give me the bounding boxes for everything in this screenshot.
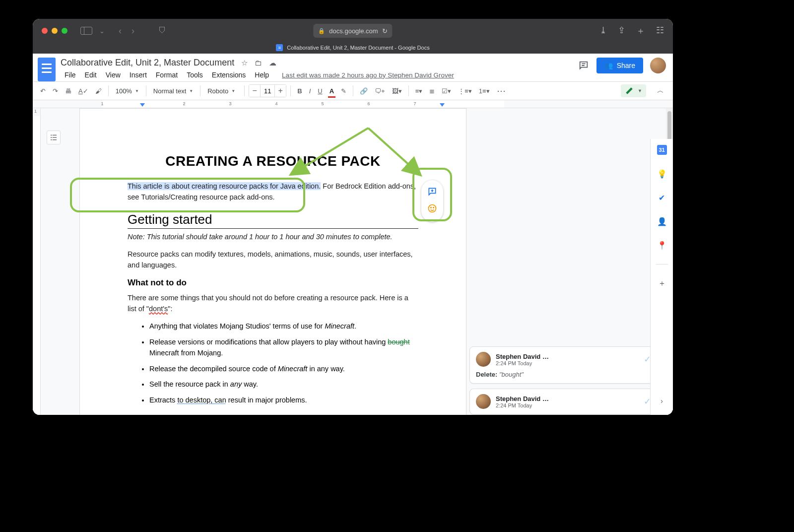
paint-format-button[interactable]: 🖌 (93, 85, 104, 97)
get-addons-icon[interactable]: ＋ (657, 278, 667, 288)
add-comment-icon[interactable] (427, 187, 437, 199)
forward-button[interactable]: › (132, 26, 134, 36)
menu-tools[interactable]: Tools (183, 70, 207, 80)
nav-buttons: ‹ › (119, 26, 134, 36)
doc-note: Note: This tutorial should take around 1… (128, 232, 418, 243)
suggestion-card[interactable]: Stephen David Gr… 2:24 PM Today ✓ ✕ Dele… (469, 346, 670, 384)
insert-image-button[interactable]: 🖼▾ (390, 85, 404, 97)
horizontal-ruler[interactable]: 1 2 3 4 5 6 7 (33, 100, 673, 108)
list-item: Release the decompiled source code of Mi… (149, 364, 418, 375)
document-canvas[interactable]: CREATING A RESOURCE PACK This article is… (41, 108, 673, 415)
zoom-select[interactable]: 100%▼ (113, 85, 142, 97)
svg-point-10 (429, 204, 436, 212)
print-button[interactable]: 🖶 (63, 85, 74, 97)
share-icon[interactable]: ⇪ (618, 25, 625, 37)
font-size-input[interactable] (260, 85, 275, 97)
list-item: Anything that violates Mojang Studios' t… (149, 321, 418, 332)
share-button[interactable]: 👥 Share (596, 58, 643, 73)
star-icon[interactable]: ☆ (241, 59, 248, 67)
menu-insert[interactable]: Insert (126, 70, 151, 80)
docs-header: Collaborative Edit, Unit 2, Master Docum… (33, 54, 673, 81)
account-avatar[interactable] (650, 58, 666, 73)
tab-bar: ≡ Collaborative Edit, Unit 2, Master Doc… (33, 43, 673, 54)
italic-button[interactable]: I (307, 85, 314, 97)
separator (200, 85, 200, 96)
more-options-button[interactable]: ⋯ (494, 83, 509, 98)
checklist-button[interactable]: ☑▾ (439, 85, 454, 97)
separator (108, 85, 109, 96)
chevron-down-icon[interactable]: ⌄ (99, 27, 105, 35)
tasks-icon[interactable]: ✔ (657, 193, 667, 202)
line-spacing-button[interactable]: ≣ (427, 85, 437, 97)
vertical-ruler[interactable]: 1 (33, 108, 41, 415)
doc-intro: This article is about creating resource … (128, 181, 418, 203)
refresh-icon[interactable]: ↻ (382, 27, 388, 35)
add-comment-button[interactable]: 🗨+ (372, 85, 388, 97)
indent-marker-left[interactable] (140, 103, 145, 107)
collapse-toolbar-button[interactable]: ︿ (653, 84, 668, 97)
menu-view[interactable]: View (102, 70, 125, 80)
suggestion-cards: Stephen David Gr… 2:24 PM Today ✓ ✕ Dele… (469, 346, 673, 414)
menu-help[interactable]: Help (251, 70, 273, 80)
undo-button[interactable]: ↶ (38, 85, 48, 97)
underline-button[interactable]: U (315, 85, 325, 97)
menu-file[interactable]: File (61, 70, 80, 80)
numbered-list-button[interactable]: 1≡▾ (476, 85, 492, 97)
downloads-icon[interactable]: ⤓ (599, 25, 607, 37)
indent-marker-right[interactable] (440, 103, 445, 107)
font-size-increase[interactable]: + (275, 85, 286, 97)
scrollbar-thumb[interactable] (667, 111, 671, 141)
spellcheck-button[interactable]: A✓ (76, 85, 91, 97)
ruler-tick: 6 (367, 101, 370, 106)
new-tab-icon[interactable]: ＋ (636, 25, 645, 37)
back-button[interactable]: ‹ (119, 26, 122, 36)
address-bar[interactable]: 🔒 docs.google.com ↻ (313, 24, 392, 38)
browser-toolbar-right: ⤓ ⇪ ＋ ☷ (599, 25, 664, 37)
editing-mode-select[interactable]: ▼ (621, 84, 646, 97)
svg-point-11 (431, 207, 432, 208)
font-size-decrease[interactable]: − (249, 85, 260, 97)
contacts-icon[interactable]: 👤 (657, 216, 667, 226)
last-edit-link[interactable]: Last edit was made 2 hours ago by Stephe… (278, 70, 458, 80)
calendar-icon[interactable]: 31 (657, 145, 667, 155)
menu-extensions[interactable]: Extensions (208, 70, 250, 80)
ruler-tick: 5 (321, 101, 324, 106)
text-color-button[interactable]: A (327, 85, 336, 97)
emoji-reaction-icon[interactable] (427, 203, 437, 216)
suggestion-card[interactable]: 🔖 Stephen David Gr… 2:24 PM Today ✓ ✕ (469, 389, 670, 414)
menu-edit[interactable]: Edit (81, 70, 101, 80)
hide-side-panel-icon[interactable]: › (661, 397, 663, 405)
separator (353, 85, 353, 96)
privacy-shield-icon[interactable]: ⛉ (158, 26, 166, 35)
commenter-name: Stephen David Gr… (496, 353, 550, 360)
bulleted-list-button[interactable]: ⋮≡▾ (456, 85, 474, 97)
font-select[interactable]: Roboto▼ (204, 85, 240, 97)
redo-button[interactable]: ↷ (50, 85, 61, 97)
maps-icon[interactable]: 📍 (657, 240, 667, 250)
suggestion-time: 2:24 PM Today (496, 402, 550, 408)
keep-icon[interactable]: 💡 (657, 169, 667, 179)
page[interactable]: CREATING A RESOURCE PACK This article is… (79, 108, 466, 415)
close-window[interactable] (42, 28, 48, 34)
document-title[interactable]: Collaborative Edit, Unit 2, Master Docum… (61, 58, 234, 68)
doc-list: Anything that violates Mojang Studios' t… (128, 321, 418, 406)
move-icon[interactable]: 🗀 (255, 59, 262, 67)
highlight-color-button[interactable]: ✎ (338, 85, 349, 97)
insert-link-button[interactable]: 🔗 (357, 85, 370, 97)
zoom-window[interactable] (62, 28, 67, 34)
menu-format[interactable]: Format (152, 70, 182, 80)
style-select[interactable]: Normal text▼ (150, 85, 196, 97)
docs-logo-icon[interactable] (38, 58, 56, 81)
tab-title[interactable]: Collaborative Edit, Unit 2, Master Docum… (287, 45, 429, 51)
share-label: Share (617, 62, 635, 69)
sidebar-toggle-icon[interactable] (80, 27, 92, 35)
bold-button[interactable]: B (295, 85, 304, 97)
tabs-icon[interactable]: ☷ (656, 25, 664, 37)
comment-emoji-pill (421, 180, 443, 222)
cloud-status-icon[interactable]: ☁ (269, 59, 276, 67)
menu-bar: File Edit View Insert Format Tools Exten… (61, 70, 458, 80)
lock-icon: 🔒 (318, 28, 325, 34)
align-button[interactable]: ≡▾ (413, 85, 425, 97)
minimize-window[interactable] (52, 28, 58, 34)
open-comments-icon[interactable] (578, 60, 590, 71)
